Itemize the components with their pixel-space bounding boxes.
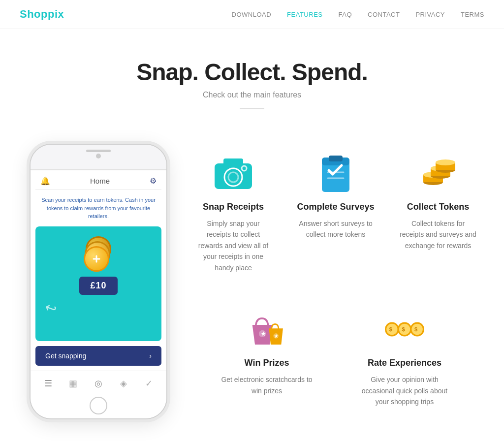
phone-nav-icon-3[interactable]: ◎ (91, 376, 106, 391)
rate-icon: $ $ $ (385, 310, 424, 349)
arrow-curve-icon: ↩ (43, 299, 59, 318)
feature-complete-surveys: Complete Surveys Answer short surveys to… (289, 144, 382, 295)
phone-camera-dot (96, 154, 101, 158)
svg-text:★: ★ (274, 334, 279, 339)
feature-prizes-title: Win Prizes (245, 358, 289, 368)
survey-icon (316, 154, 355, 193)
nav-links: DOWNLOAD FEATURES FAQ CONTACT PRIVACY TE… (232, 10, 484, 19)
hero-subheading: Check out the main features (10, 91, 494, 99)
svg-rect-9 (329, 156, 343, 161)
phone-top (31, 145, 166, 169)
feature-tokens-desc: Collect tokens for receipts and surveys … (399, 218, 477, 251)
feature-rate-desc: Give your opinion with occasional quick … (355, 374, 454, 407)
hero-section: Snap. Collect. Spend. Check out the main… (0, 29, 504, 129)
nav-faq[interactable]: FAQ (339, 11, 352, 18)
phone-cta-arrow: › (149, 352, 152, 360)
phone-nav-icon-5[interactable]: ✓ (141, 376, 156, 391)
nav-terms[interactable]: TERMS (461, 11, 484, 18)
feature-surveys-desc: Answer short surveys to collect more tok… (297, 218, 375, 240)
phone-screen-title: Home (90, 177, 110, 185)
nav-features[interactable]: FEATURES (287, 11, 322, 18)
features-bottom-row: ★ ★ Win Prizes Get electronic scratchcar… (187, 300, 484, 419)
phone-nav-icon-4[interactable]: ◈ (116, 376, 131, 391)
gear-icon: ⚙ (150, 176, 157, 186)
reward-amount-badge: £10 (79, 277, 117, 295)
phone-header: 🔔 Home ⚙ (31, 170, 166, 190)
svg-text:$: $ (389, 326, 393, 332)
phone-teal-content: £10 ↩ (35, 226, 161, 342)
camera-icon (214, 154, 253, 193)
feature-rate-experiences: $ $ $ Rate Experiences Give your opinion… (355, 310, 454, 419)
navbar: Shoppix DOWNLOAD FEATURES FAQ CONTACT PR… (0, 0, 504, 29)
nav-contact[interactable]: CONTACT (368, 11, 400, 18)
coin-top (84, 246, 109, 272)
tokens-icon (418, 154, 458, 193)
phone-speaker (86, 150, 111, 152)
feature-tokens-title: Collect Tokens (407, 202, 470, 212)
coin-stack (84, 236, 113, 271)
svg-text:$: $ (402, 326, 405, 332)
brand-logo[interactable]: Shoppix (20, 8, 64, 21)
feature-snap-title: Snap Receipts (203, 202, 264, 212)
phone-screen: 🔔 Home ⚙ Scan your receipts to earn toke… (31, 169, 166, 418)
nav-download[interactable]: DOWNLOAD (232, 11, 272, 18)
phone-mockup-container: 🔔 Home ⚙ Scan your receipts to earn toke… (20, 139, 177, 419)
feature-win-prizes: ★ ★ Win Prizes Get electronic scratchcar… (218, 310, 316, 419)
phone-cta-label: Get snapping (45, 352, 86, 360)
feature-snap-desc: Simply snap your receipts to collect rew… (194, 218, 272, 273)
hero-divider (240, 108, 264, 109)
feature-rate-title: Rate Experiences (368, 358, 441, 368)
phone-mockup: 🔔 Home ⚙ Scan your receipts to earn toke… (30, 144, 167, 419)
hero-heading: Snap. Collect. Spend. (10, 59, 494, 86)
svg-rect-3 (223, 158, 243, 165)
bell-icon: 🔔 (40, 176, 50, 186)
nav-privacy[interactable]: PRIVACY (415, 11, 445, 18)
phone-nav-icon-2[interactable]: ▦ (66, 376, 81, 391)
feature-prizes-desc: Get electronic scratchcards to win prize… (218, 374, 316, 396)
phone-cta-button[interactable]: Get snapping › (35, 346, 161, 366)
bag-icon: ★ ★ (247, 310, 286, 349)
svg-text:★: ★ (261, 331, 266, 337)
feature-surveys-title: Complete Surveys (297, 202, 374, 212)
phone-body-text: Scan your receipts to earn tokens. Cash … (31, 190, 166, 226)
feature-snap-receipts: Snap Receipts Simply snap your receipts … (187, 144, 280, 295)
feature-collect-tokens: Collect Tokens Collect tokens for receip… (392, 144, 484, 295)
phone-home-button[interactable] (90, 397, 107, 414)
svg-text:$: $ (414, 326, 418, 332)
phone-bottom-nav: ☰ ▦ ◎ ◈ ✓ (31, 371, 166, 394)
features-grid: Snap Receipts Simply snap your receipts … (187, 139, 484, 419)
main-content: 🔔 Home ⚙ Scan your receipts to earn toke… (0, 129, 504, 439)
phone-nav-icon-1[interactable]: ☰ (41, 376, 56, 391)
svg-point-20 (436, 159, 455, 165)
